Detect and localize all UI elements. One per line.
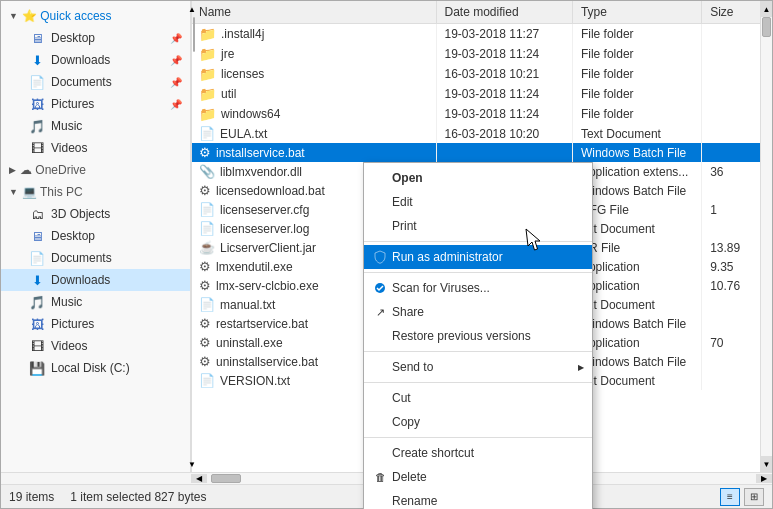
table-row[interactable]: 📁jre 19-03-2018 11:24 File folder xyxy=(191,44,760,64)
ctx-print[interactable]: Print xyxy=(364,214,592,238)
documents-icon: 📄 xyxy=(29,74,45,90)
table-row[interactable]: 📁windows64 19-03-2018 11:24 File folder xyxy=(191,104,760,124)
h-scroll-left[interactable]: ◀ xyxy=(191,474,207,483)
scroll-thumb[interactable] xyxy=(762,17,771,37)
table-row[interactable]: 📁util 19-03-2018 11:24 File folder xyxy=(191,84,760,104)
ctx-scan[interactable]: Scan for Viruses... xyxy=(364,276,592,300)
file-date xyxy=(436,143,572,162)
file-name: 📁util xyxy=(191,84,436,104)
sidebar-section-quick-access[interactable]: ▼ ⭐ Quick access xyxy=(1,5,190,27)
table-row-selected[interactable]: ⚙installservice.bat Windows Batch File xyxy=(191,143,760,162)
sidebar-item-music-2[interactable]: 🎵 Music xyxy=(1,291,190,313)
file-size xyxy=(702,24,760,45)
ctx-print-label: Print xyxy=(392,219,417,233)
sidebar-item-label: Videos xyxy=(51,339,87,353)
ctx-restore[interactable]: Restore previous versions xyxy=(364,324,592,348)
sidebar-item-videos-1[interactable]: 🎞 Videos xyxy=(1,137,190,159)
sidebar-item-pictures-1[interactable]: 🖼 Pictures 📌 xyxy=(1,93,190,115)
sidebar-item-downloads-2[interactable]: ⬇ Downloads xyxy=(1,269,190,291)
file-type: Text Document xyxy=(572,124,701,143)
sidebar-section-this-pc[interactable]: ▼ 💻 This PC xyxy=(1,181,190,203)
ctx-rename[interactable]: Rename xyxy=(364,489,592,509)
ctx-create-shortcut[interactable]: Create shortcut xyxy=(364,441,592,465)
videos-icon: 🎞 xyxy=(29,338,45,354)
pin-icon: 📌 xyxy=(170,99,182,110)
file-name: 📁windows64 xyxy=(191,104,436,124)
chevron-icon: ▼ xyxy=(9,11,18,21)
ctx-separator-3 xyxy=(364,351,592,352)
ctx-share[interactable]: ↗ Share xyxy=(364,300,592,324)
scroll-thumb[interactable] xyxy=(193,17,195,52)
table-row[interactable]: 📁licenses 16-03-2018 10:21 File folder xyxy=(191,64,760,84)
local-disk-icon: 💾 xyxy=(29,360,45,376)
scroll-up-btn[interactable]: ▲ xyxy=(761,1,772,17)
file-type: File folder xyxy=(572,64,701,84)
view-large-btn[interactable]: ⊞ xyxy=(744,488,764,506)
ctx-open-label: Open xyxy=(392,171,423,185)
dll-icon: 📎 xyxy=(199,164,215,179)
exe-icon: ⚙ xyxy=(199,259,211,274)
file-size xyxy=(702,352,760,371)
h-scroll-thumb[interactable] xyxy=(211,474,241,483)
sidebar-item-label: Desktop xyxy=(51,229,95,243)
table-row[interactable]: 📄EULA.txt 16-03-2018 10:20 Text Document xyxy=(191,124,760,143)
file-date: 19-03-2018 11:24 xyxy=(436,44,572,64)
folder-icon: 📁 xyxy=(199,26,216,42)
file-size: 1 xyxy=(702,200,760,219)
file-size xyxy=(702,181,760,200)
file-name: 📄EULA.txt xyxy=(191,124,436,143)
file-name: ⚙installservice.bat xyxy=(191,143,436,162)
sidebar-item-desktop-2[interactable]: 🖥 Desktop xyxy=(1,225,190,247)
sidebar-item-label: Documents xyxy=(51,251,112,265)
sidebar-section-onedrive[interactable]: ▶ ☁ OneDrive xyxy=(1,159,190,181)
h-scroll-right[interactable]: ▶ xyxy=(756,474,772,483)
folder-icon: 📁 xyxy=(199,46,216,62)
scroll-down-btn[interactable]: ▼ xyxy=(761,456,772,472)
sidebar-item-documents-1[interactable]: 📄 Documents 📌 xyxy=(1,71,190,93)
file-size xyxy=(702,371,760,390)
documents-icon: 📄 xyxy=(29,250,45,266)
ctx-delete[interactable]: 🗑 Delete xyxy=(364,465,592,489)
table-row[interactable]: 📁.install4j 19-03-2018 11:27 File folder xyxy=(191,24,760,45)
column-header-type[interactable]: Type xyxy=(572,1,701,24)
file-size: 13.89 xyxy=(702,238,760,257)
sidebar-section-label: ⭐ Quick access xyxy=(22,9,112,23)
music-icon: 🎵 xyxy=(29,118,45,134)
file-size: 9.35 xyxy=(702,257,760,276)
folder-icon: 📁 xyxy=(199,106,216,122)
txt-icon: 📄 xyxy=(199,126,215,141)
sidebar-section-label: ☁ OneDrive xyxy=(20,163,86,177)
ctx-run-as-admin-label: Run as administrator xyxy=(392,250,503,264)
sidebar-item-pictures-2[interactable]: 🖼 Pictures xyxy=(1,313,190,335)
sidebar-scrollbar[interactable]: ▲ ▼ xyxy=(191,1,192,472)
sidebar-item-label: Pictures xyxy=(51,317,94,331)
sidebar-item-downloads-1[interactable]: ⬇ Downloads 📌 xyxy=(1,49,190,71)
sidebar-item-local-disk[interactable]: 💾 Local Disk (C:) xyxy=(1,357,190,379)
ctx-send-to[interactable]: Send to xyxy=(364,355,592,379)
sidebar-item-3d-objects[interactable]: 🗂 3D Objects xyxy=(1,203,190,225)
column-header-name[interactable]: Name xyxy=(191,1,436,24)
ctx-separator-2 xyxy=(364,272,592,273)
file-list-scrollbar[interactable]: ▲ ▼ xyxy=(760,1,772,472)
ctx-edit[interactable]: Edit xyxy=(364,190,592,214)
sidebar-item-documents-2[interactable]: 📄 Documents xyxy=(1,247,190,269)
log-icon: 📄 xyxy=(199,221,215,236)
ctx-cut[interactable]: Cut xyxy=(364,386,592,410)
column-header-date[interactable]: Date modified xyxy=(436,1,572,24)
file-type: Windows Batch File xyxy=(572,143,701,162)
ctx-run-as-admin[interactable]: Run as administrator xyxy=(364,245,592,269)
ctx-open[interactable]: Open xyxy=(364,166,592,190)
file-type: File folder xyxy=(572,44,701,64)
file-date: 16-03-2018 10:20 xyxy=(436,124,572,143)
file-date: 19-03-2018 11:24 xyxy=(436,104,572,124)
column-header-size[interactable]: Size xyxy=(702,1,760,24)
sidebar-item-desktop-1[interactable]: 🖥 Desktop 📌 xyxy=(1,27,190,49)
ctx-send-to-label: Send to xyxy=(392,360,433,374)
file-date: 19-03-2018 11:27 xyxy=(436,24,572,45)
sidebar-item-videos-2[interactable]: 🎞 Videos xyxy=(1,335,190,357)
bat-icon: ⚙ xyxy=(199,354,211,369)
sidebar-item-music-1[interactable]: 🎵 Music xyxy=(1,115,190,137)
file-size: 10.76 xyxy=(702,276,760,295)
view-details-btn[interactable]: ≡ xyxy=(720,488,740,506)
ctx-copy[interactable]: Copy xyxy=(364,410,592,434)
